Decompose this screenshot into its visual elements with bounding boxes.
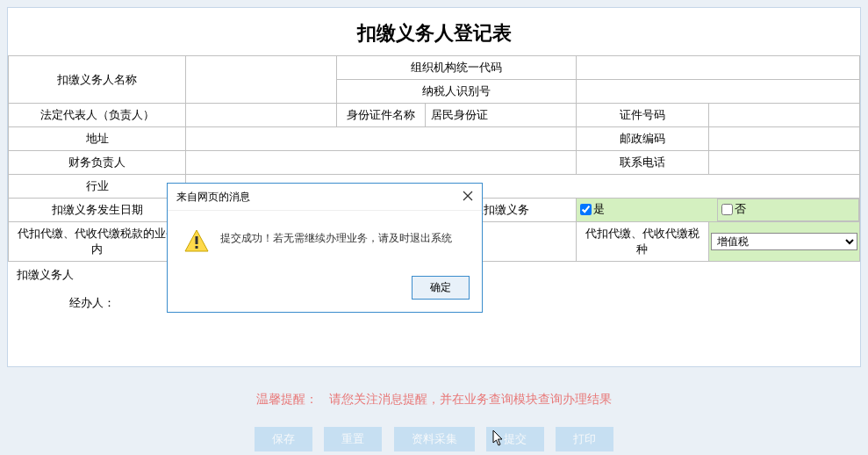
dialog-message: 提交成功！若无需继续办理业务，请及时退出系统	[220, 230, 452, 247]
footer: 温馨提醒： 请您关注消息提醒，并在业务查询模块查询办理结果 保存 重置 资料采集…	[0, 392, 868, 451]
dialog-title-text: 来自网页的消息	[176, 190, 250, 205]
option-yes[interactable]: 是	[580, 201, 605, 217]
label-finance-head: 财务负责人	[9, 151, 186, 175]
message-dialog: 来自网页的消息 提交成功！若无需继续办理业务，请及时退出系统 确定	[167, 183, 483, 313]
btn-print[interactable]: 打印	[556, 427, 613, 451]
checkbox-no[interactable]	[721, 204, 733, 215]
warning-icon	[183, 228, 210, 256]
button-bar: 保存 重置 资料采集 提交 打印	[0, 427, 868, 451]
svg-rect-4	[196, 246, 198, 249]
label-id-doc: 身份证件名称	[336, 104, 425, 127]
btn-collect[interactable]: 资料采集	[394, 427, 475, 451]
close-icon[interactable]	[463, 189, 473, 205]
page-title: 扣缴义务人登记表	[8, 8, 860, 55]
dialog-titlebar: 来自网页的消息	[168, 184, 482, 211]
label-agent-name: 扣缴义务人名称	[9, 56, 186, 104]
option-yes-label: 是	[593, 201, 605, 217]
label-tax-id: 纳税人识别号	[336, 80, 576, 104]
tip-label: 温馨提醒：	[256, 393, 318, 406]
value-address[interactable]	[186, 127, 577, 151]
ok-button[interactable]: 确定	[412, 276, 470, 300]
label-postcode: 邮政编码	[576, 127, 709, 151]
option-no[interactable]: 否	[721, 201, 746, 217]
value-agent-name[interactable]	[186, 56, 337, 104]
btn-reset[interactable]: 重置	[324, 427, 382, 451]
label-address: 地址	[9, 127, 186, 151]
dialog-footer: 确定	[168, 269, 482, 312]
tip-text: 请您关注消息提醒，并在业务查询模块查询办理结果	[329, 393, 612, 406]
select-tax-type[interactable]: 增值税	[711, 233, 857, 250]
svg-rect-3	[196, 236, 198, 244]
btn-save[interactable]: 保存	[255, 427, 312, 451]
value-id-doc[interactable]: 居民身份证	[425, 104, 576, 127]
value-contact-phone[interactable]	[709, 151, 860, 175]
tip-row: 温馨提醒： 请您关注消息提醒，并在业务查询模块查询办理结果	[0, 392, 868, 408]
label-id-number: 证件号码	[576, 104, 709, 127]
label-tax-type: 代扣代缴、代收代缴税种	[576, 222, 709, 262]
concurrent-duty-options: 是 否	[576, 199, 859, 222]
value-finance-head[interactable]	[186, 151, 577, 175]
label-contact-phone: 联系电话	[576, 151, 709, 175]
tax-type-cell: 增值税	[709, 222, 860, 262]
cursor-icon	[492, 430, 506, 451]
value-org-code[interactable]	[576, 56, 859, 80]
dialog-body: 提交成功！若无需继续办理业务，请及时退出系统	[168, 211, 482, 269]
label-legal-rep: 法定代表人（负责人）	[9, 104, 186, 127]
handler-label: 经办人：	[69, 295, 115, 311]
label-industry: 行业	[9, 175, 186, 199]
label-org-code: 组织机构统一代码	[336, 56, 576, 80]
label-duty-content: 代扣代缴、代收代缴税款的业务内	[9, 222, 186, 262]
value-id-number[interactable]	[709, 104, 860, 127]
value-legal-rep[interactable]	[186, 104, 337, 127]
label-duty-date: 扣缴义务发生日期	[9, 199, 186, 222]
value-tax-id[interactable]	[576, 80, 859, 104]
checkbox-yes[interactable]	[580, 204, 592, 215]
option-no-label: 否	[735, 201, 746, 217]
value-postcode[interactable]	[709, 127, 860, 151]
